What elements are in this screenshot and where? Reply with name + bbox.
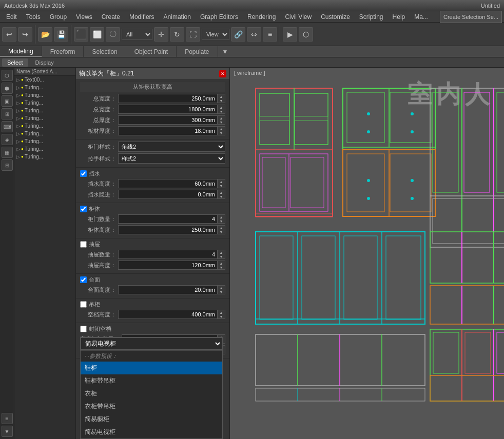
sidebar-icon-5[interactable]: ⌨ — [2, 121, 13, 132]
water-stop-checkbox[interactable] — [80, 170, 87, 177]
scene-item-turing-10[interactable]: ▷ ● Turing... — [14, 153, 75, 161]
water-retreat-up[interactable]: ▲ — [218, 190, 225, 194]
scene-item-turing-2[interactable]: ▷ ● Turing... — [14, 91, 75, 99]
countertop-height-input[interactable] — [118, 285, 217, 294]
sidebar-icon-3[interactable]: ▣ — [2, 95, 13, 107]
redo-button[interactable]: ↪ — [18, 27, 32, 42]
tab-populate[interactable]: Populate — [177, 46, 218, 57]
tab-freeform[interactable]: Freeform — [42, 46, 84, 57]
board-thickness-up[interactable]: ▲ — [218, 127, 225, 131]
door-count-up[interactable]: ▲ — [218, 215, 225, 219]
close-button[interactable]: ✕ — [219, 70, 226, 77]
total-height-input[interactable] — [118, 105, 217, 114]
scene-item-turing-9[interactable]: ▷ ● Turing... — [14, 145, 75, 153]
menu-civil-view[interactable]: Civil View — [281, 12, 316, 22]
preset-item-wardrobe-overhead[interactable]: 衣柜带吊柜 — [81, 400, 222, 413]
overhead-space-down[interactable]: ▼ — [218, 314, 225, 318]
save-button[interactable]: 💾 — [54, 27, 68, 42]
sidebar-icon-8[interactable]: ⊟ — [2, 159, 13, 171]
total-depth-input[interactable] — [118, 115, 217, 125]
scene-item-turing-1[interactable]: ▷ ● Turing... — [14, 84, 75, 91]
overhead-space-input[interactable] — [118, 310, 217, 319]
preset-item-simple-tv[interactable]: 简易电视柜 — [81, 426, 222, 438]
drawer-count-input[interactable] — [118, 250, 217, 259]
menu-views[interactable]: Views — [72, 12, 96, 22]
menu-edit[interactable]: Edit — [2, 12, 21, 22]
close-space-checkbox[interactable] — [80, 326, 87, 332]
door-count-input[interactable] — [118, 214, 217, 224]
scale-button[interactable]: ⛶ — [186, 27, 200, 42]
select-object-button[interactable]: ⬛ — [74, 27, 88, 42]
board-thickness-down[interactable]: ▼ — [218, 131, 225, 135]
tab-object-paint[interactable]: Object Paint — [126, 46, 177, 57]
sidebar-icon-1[interactable]: ⬡ — [2, 70, 13, 81]
cabinet-height-down[interactable]: ▼ — [218, 230, 225, 234]
menu-animation[interactable]: Animation — [160, 12, 195, 22]
preset-item-shoe-rack[interactable]: 鞋柜 — [81, 362, 222, 374]
sidebar-icon-bottom-2[interactable]: ▼ — [2, 426, 13, 437]
sidebar-icon-4[interactable]: ⊞ — [2, 108, 13, 119]
material-button[interactable]: ⬡ — [299, 27, 313, 42]
menu-tools[interactable]: Tools — [22, 12, 45, 22]
rotate-button[interactable]: ↻ — [170, 27, 184, 42]
drawer-height-input[interactable] — [118, 261, 217, 270]
select-region-button[interactable]: ⬜ — [90, 27, 104, 42]
subtab-display[interactable]: Display — [30, 58, 59, 67]
menu-create[interactable]: Create — [98, 12, 124, 22]
create-selection-button[interactable]: Create Selection Se... — [440, 11, 502, 23]
door-count-down[interactable]: ▼ — [218, 219, 225, 223]
mirror-button[interactable]: ⇔ — [247, 27, 261, 42]
total-depth-up[interactable]: ▲ — [218, 116, 225, 120]
cabinet-height-up[interactable]: ▲ — [218, 226, 225, 230]
preset-item-wardrobe[interactable]: 衣柜 — [81, 387, 222, 400]
scene-item-turing-7[interactable]: ▷ ● Turing... — [14, 130, 75, 137]
sidebar-icon-2[interactable]: ⬢ — [2, 83, 13, 94]
door-style-select[interactable]: 角线2 — [118, 142, 225, 152]
snap-button[interactable]: 🔗 — [231, 27, 245, 42]
total-width-input[interactable] — [118, 94, 217, 103]
render-button[interactable]: ▶ — [283, 27, 297, 42]
sidebar-icon-bottom-1[interactable]: ≡ — [2, 413, 13, 424]
scene-item-turing-4[interactable]: ▷ ● Turing... — [14, 107, 75, 114]
viewport[interactable]: [ wireframe ] 室内人 — [230, 68, 504, 439]
sidebar-icon-6[interactable]: ◈ — [2, 134, 13, 145]
menu-group[interactable]: Group — [46, 12, 71, 22]
overhead-space-up[interactable]: ▲ — [218, 310, 225, 314]
overhead-checkbox[interactable] — [80, 301, 87, 308]
menu-ma[interactable]: Ma... — [410, 12, 432, 22]
menu-scripting[interactable]: Scripting — [355, 12, 387, 22]
lasso-select-button[interactable]: 〇 — [106, 27, 120, 42]
countertop-height-up[interactable]: ▲ — [218, 286, 225, 290]
total-width-up[interactable]: ▲ — [218, 94, 225, 98]
water-height-input[interactable] — [118, 179, 217, 188]
preset-item-simple-kitchen[interactable]: 简易橱柜 — [81, 413, 222, 426]
cabinet-height-input[interactable] — [118, 225, 217, 234]
undo-button[interactable]: ↩ — [2, 27, 16, 42]
drawer-count-down[interactable]: ▼ — [218, 254, 225, 258]
scene-item-text00[interactable]: ▷ ● Text00... — [14, 76, 75, 84]
total-width-down[interactable]: ▼ — [218, 98, 225, 103]
menu-help[interactable]: Help — [389, 12, 410, 22]
drawer-height-up[interactable]: ▲ — [218, 261, 225, 265]
handle-style-select[interactable]: 样式2 — [118, 153, 225, 164]
countertop-checkbox[interactable] — [80, 276, 87, 283]
preset-item-shoe-rack-overhead[interactable]: 鞋柜带吊柜 — [81, 374, 222, 387]
water-retreat-down[interactable]: ▼ — [218, 194, 225, 198]
water-height-down[interactable]: ▼ — [218, 184, 225, 188]
water-retreat-input[interactable] — [118, 190, 217, 199]
cabinet-body-checkbox[interactable] — [80, 206, 87, 212]
preset-main-select[interactable]: 简易电视柜 — [81, 337, 222, 350]
tab-selection[interactable]: Selection — [84, 46, 126, 57]
tab-extra[interactable]: ▼ — [218, 47, 232, 57]
menu-rendering[interactable]: Rendering — [243, 12, 280, 22]
scene-item-turing-6[interactable]: ▷ ● Turing... — [14, 122, 75, 130]
drawer-count-up[interactable]: ▲ — [218, 250, 225, 254]
scene-item-turing-3[interactable]: ▷ ● Turing... — [14, 99, 75, 107]
total-height-up[interactable]: ▲ — [218, 105, 225, 109]
view-dropdown[interactable]: View — [202, 29, 229, 40]
total-depth-down[interactable]: ▼ — [218, 120, 225, 124]
board-thickness-input[interactable] — [118, 126, 217, 135]
move-button[interactable]: ✛ — [154, 27, 168, 42]
menu-modifiers[interactable]: Modifiers — [125, 12, 159, 22]
tab-modeling[interactable]: Modeling — [0, 46, 42, 57]
